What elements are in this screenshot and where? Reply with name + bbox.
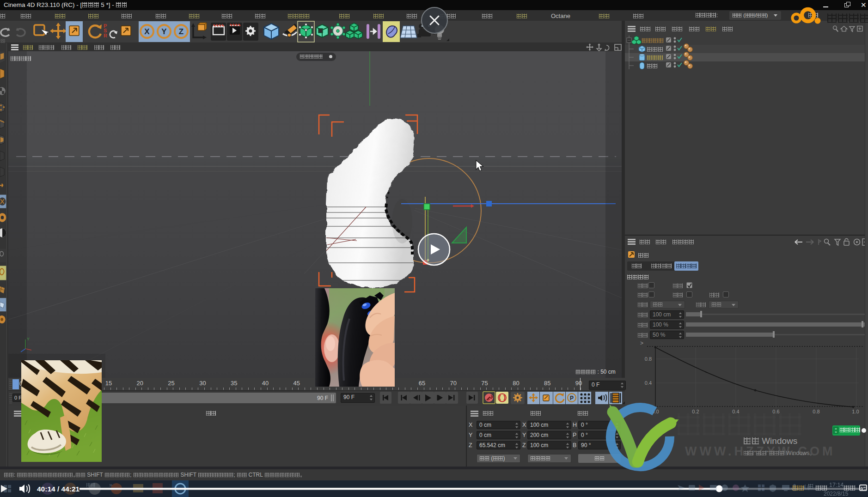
svg-text:»: »	[109, 481, 112, 488]
svg-text:0.4: 0.4	[645, 380, 652, 386]
svg-text:0.8: 0.8	[645, 356, 652, 362]
svg-text:Y: Y	[27, 337, 30, 341]
svg-text:0.8: 0.8	[813, 409, 819, 414]
svg-text:P: P	[570, 395, 574, 401]
svg-text:17:14: 17:14	[829, 482, 844, 488]
svg-text:1.0: 1.0	[852, 409, 859, 414]
svg-text:40:14 / 44:21: 40:14 / 44:21	[37, 485, 80, 493]
svg-text:Y: Y	[161, 27, 167, 36]
svg-text:X: X	[144, 27, 150, 36]
svg-text:2022/8/15: 2022/8/15	[824, 491, 849, 497]
svg-text:Z: Z	[179, 27, 183, 36]
svg-text:R: R	[104, 33, 107, 38]
